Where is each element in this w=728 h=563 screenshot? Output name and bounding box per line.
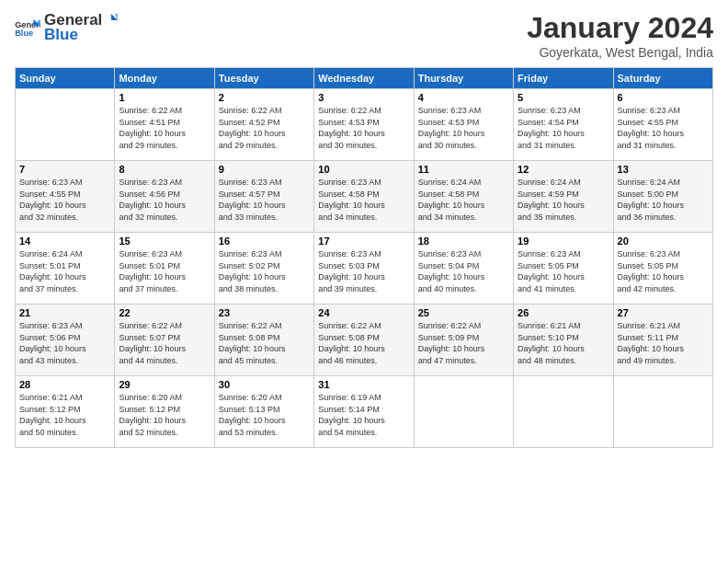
day-number: 16 [219, 236, 310, 247]
day-info: Sunrise: 6:23 AM Sunset: 4:56 PM Dayligh… [119, 177, 210, 223]
table-row: 21Sunrise: 6:23 AM Sunset: 5:06 PM Dayli… [16, 304, 115, 376]
table-row: 6Sunrise: 6:23 AM Sunset: 4:55 PM Daylig… [613, 89, 712, 161]
day-info: Sunrise: 6:23 AM Sunset: 5:04 PM Dayligh… [418, 248, 509, 294]
day-number: 23 [219, 307, 310, 318]
calendar-week-1: 1Sunrise: 6:22 AM Sunset: 4:51 PM Daylig… [16, 89, 713, 161]
day-info: Sunrise: 6:21 AM Sunset: 5:10 PM Dayligh… [518, 320, 609, 366]
day-number: 15 [119, 236, 210, 247]
day-info: Sunrise: 6:22 AM Sunset: 4:53 PM Dayligh… [318, 105, 409, 151]
day-info: Sunrise: 6:21 AM Sunset: 5:12 PM Dayligh… [19, 392, 110, 438]
day-info: Sunrise: 6:22 AM Sunset: 5:08 PM Dayligh… [219, 320, 310, 366]
day-info: Sunrise: 6:22 AM Sunset: 5:07 PM Dayligh… [119, 320, 210, 366]
table-row [514, 376, 613, 448]
col-sunday: Sunday [16, 68, 115, 89]
day-info: Sunrise: 6:22 AM Sunset: 5:08 PM Dayligh… [318, 320, 409, 366]
table-row: 30Sunrise: 6:20 AM Sunset: 5:13 PM Dayli… [214, 376, 313, 448]
day-number: 26 [518, 307, 609, 318]
table-row: 10Sunrise: 6:23 AM Sunset: 4:58 PM Dayli… [314, 161, 414, 233]
day-info: Sunrise: 6:23 AM Sunset: 5:02 PM Dayligh… [219, 248, 310, 294]
day-info: Sunrise: 6:23 AM Sunset: 5:06 PM Dayligh… [19, 320, 110, 366]
day-info: Sunrise: 6:24 AM Sunset: 5:01 PM Dayligh… [19, 248, 110, 294]
day-number: 4 [418, 92, 509, 103]
day-info: Sunrise: 6:24 AM Sunset: 5:00 PM Dayligh… [618, 177, 709, 223]
day-info: Sunrise: 6:20 AM Sunset: 5:13 PM Dayligh… [219, 392, 310, 438]
page-header: General Blue General Blue January 2024 G… [15, 11, 713, 60]
day-info: Sunrise: 6:22 AM Sunset: 5:09 PM Dayligh… [418, 320, 509, 366]
day-info: Sunrise: 6:23 AM Sunset: 5:05 PM Dayligh… [518, 248, 609, 294]
day-info: Sunrise: 6:23 AM Sunset: 4:55 PM Dayligh… [19, 177, 110, 223]
day-number: 10 [318, 164, 409, 175]
title-block: January 2024 Goyerkata, West Bengal, Ind… [527, 11, 713, 60]
table-row: 29Sunrise: 6:20 AM Sunset: 5:12 PM Dayli… [115, 376, 214, 448]
svg-text:Blue: Blue [15, 29, 33, 38]
table-row: 3Sunrise: 6:22 AM Sunset: 4:53 PM Daylig… [314, 89, 414, 161]
day-info: Sunrise: 6:23 AM Sunset: 4:53 PM Dayligh… [418, 105, 509, 151]
day-number: 11 [418, 164, 509, 175]
table-row [613, 376, 712, 448]
table-row: 5Sunrise: 6:23 AM Sunset: 4:54 PM Daylig… [514, 89, 613, 161]
calendar-week-3: 14Sunrise: 6:24 AM Sunset: 5:01 PM Dayli… [16, 233, 713, 304]
table-row: 25Sunrise: 6:22 AM Sunset: 5:09 PM Dayli… [414, 304, 513, 376]
table-row: 8Sunrise: 6:23 AM Sunset: 4:56 PM Daylig… [115, 161, 214, 233]
day-number: 30 [219, 379, 310, 390]
table-row: 20Sunrise: 6:23 AM Sunset: 5:05 PM Dayli… [613, 233, 712, 304]
day-info: Sunrise: 6:20 AM Sunset: 5:12 PM Dayligh… [119, 392, 210, 438]
table-row: 1Sunrise: 6:22 AM Sunset: 4:51 PM Daylig… [115, 89, 214, 161]
calendar-week-5: 28Sunrise: 6:21 AM Sunset: 5:12 PM Dayli… [16, 376, 713, 448]
day-number: 22 [119, 307, 210, 318]
day-info: Sunrise: 6:23 AM Sunset: 4:58 PM Dayligh… [318, 177, 409, 223]
table-row: 18Sunrise: 6:23 AM Sunset: 5:04 PM Dayli… [414, 233, 513, 304]
day-info: Sunrise: 6:23 AM Sunset: 4:55 PM Dayligh… [618, 105, 709, 151]
day-number: 7 [19, 164, 110, 175]
calendar-week-2: 7Sunrise: 6:23 AM Sunset: 4:55 PM Daylig… [16, 161, 713, 233]
day-info: Sunrise: 6:24 AM Sunset: 4:59 PM Dayligh… [518, 177, 609, 223]
table-row: 26Sunrise: 6:21 AM Sunset: 5:10 PM Dayli… [514, 304, 613, 376]
day-info: Sunrise: 6:23 AM Sunset: 4:57 PM Dayligh… [219, 177, 310, 223]
day-number: 1 [119, 92, 210, 103]
day-info: Sunrise: 6:21 AM Sunset: 5:11 PM Dayligh… [618, 320, 709, 366]
col-wednesday: Wednesday [314, 68, 414, 89]
table-row: 11Sunrise: 6:24 AM Sunset: 4:58 PM Dayli… [414, 161, 513, 233]
table-row: 14Sunrise: 6:24 AM Sunset: 5:01 PM Dayli… [16, 233, 115, 304]
day-number: 12 [518, 164, 609, 175]
calendar-week-4: 21Sunrise: 6:23 AM Sunset: 5:06 PM Dayli… [16, 304, 713, 376]
day-number: 9 [219, 164, 310, 175]
col-thursday: Thursday [414, 68, 513, 89]
day-info: Sunrise: 6:22 AM Sunset: 4:51 PM Dayligh… [119, 105, 210, 151]
table-row [16, 89, 115, 161]
table-row: 17Sunrise: 6:23 AM Sunset: 5:03 PM Dayli… [314, 233, 414, 304]
day-number: 29 [119, 379, 210, 390]
day-number: 19 [518, 236, 609, 247]
day-number: 24 [318, 307, 409, 318]
col-friday: Friday [514, 68, 613, 89]
day-number: 14 [19, 236, 110, 247]
table-row: 13Sunrise: 6:24 AM Sunset: 5:00 PM Dayli… [613, 161, 712, 233]
table-row: 19Sunrise: 6:23 AM Sunset: 5:05 PM Dayli… [514, 233, 613, 304]
table-row: 23Sunrise: 6:22 AM Sunset: 5:08 PM Dayli… [214, 304, 313, 376]
day-number: 27 [618, 307, 709, 318]
day-info: Sunrise: 6:23 AM Sunset: 5:05 PM Dayligh… [618, 248, 709, 294]
col-monday: Monday [115, 68, 214, 89]
table-row: 28Sunrise: 6:21 AM Sunset: 5:12 PM Dayli… [16, 376, 115, 448]
table-row [414, 376, 513, 448]
table-row: 4Sunrise: 6:23 AM Sunset: 4:53 PM Daylig… [414, 89, 513, 161]
day-number: 20 [618, 236, 709, 247]
day-number: 25 [418, 307, 509, 318]
calendar-title: January 2024 [527, 11, 713, 45]
table-row: 12Sunrise: 6:24 AM Sunset: 4:59 PM Dayli… [514, 161, 613, 233]
day-info: Sunrise: 6:23 AM Sunset: 5:01 PM Dayligh… [119, 248, 210, 294]
day-number: 17 [318, 236, 409, 247]
table-row: 31Sunrise: 6:19 AM Sunset: 5:14 PM Dayli… [314, 376, 414, 448]
table-row: 27Sunrise: 6:21 AM Sunset: 5:11 PM Dayli… [613, 304, 712, 376]
calendar-subtitle: Goyerkata, West Bengal, India [527, 45, 713, 60]
table-row: 22Sunrise: 6:22 AM Sunset: 5:07 PM Dayli… [115, 304, 214, 376]
logo: General Blue General Blue [15, 11, 120, 44]
day-info: Sunrise: 6:19 AM Sunset: 5:14 PM Dayligh… [318, 392, 409, 438]
day-info: Sunrise: 6:22 AM Sunset: 4:52 PM Dayligh… [219, 105, 310, 151]
day-info: Sunrise: 6:23 AM Sunset: 5:03 PM Dayligh… [318, 248, 409, 294]
day-info: Sunrise: 6:23 AM Sunset: 4:54 PM Dayligh… [518, 105, 609, 151]
table-row: 2Sunrise: 6:22 AM Sunset: 4:52 PM Daylig… [214, 89, 313, 161]
day-info: Sunrise: 6:24 AM Sunset: 4:58 PM Dayligh… [418, 177, 509, 223]
day-number: 8 [119, 164, 210, 175]
table-row: 9Sunrise: 6:23 AM Sunset: 4:57 PM Daylig… [214, 161, 313, 233]
